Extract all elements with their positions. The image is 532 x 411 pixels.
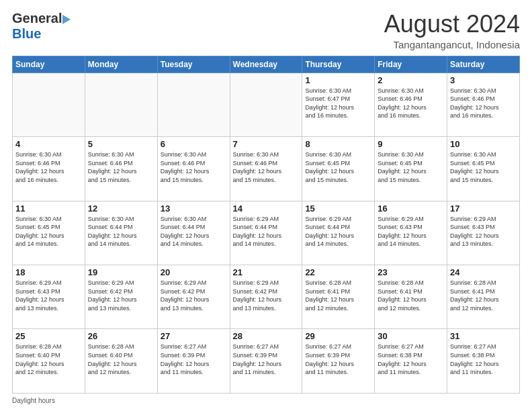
table-row: 11Sunrise: 6:30 AMSunset: 6:45 PMDayligh… [13, 201, 85, 265]
day-info: Sunrise: 6:30 AMSunset: 6:44 PMDaylight:… [161, 215, 227, 248]
calendar-week-row: 1Sunrise: 6:30 AMSunset: 6:47 PMDaylight… [13, 73, 520, 136]
col-tuesday: Tuesday [157, 56, 230, 73]
table-row: 16Sunrise: 6:29 AMSunset: 6:43 PMDayligh… [375, 201, 447, 265]
table-row: 2Sunrise: 6:30 AMSunset: 6:46 PMDaylight… [375, 73, 447, 136]
table-row: 8Sunrise: 6:30 AMSunset: 6:45 PMDaylight… [302, 137, 375, 201]
day-info: Sunrise: 6:27 AMSunset: 6:39 PMDaylight:… [161, 342, 227, 376]
table-row: 27Sunrise: 6:27 AMSunset: 6:39 PMDayligh… [157, 329, 230, 394]
table-row: 20Sunrise: 6:29 AMSunset: 6:42 PMDayligh… [157, 265, 230, 329]
table-row: 9Sunrise: 6:30 AMSunset: 6:45 PMDaylight… [375, 137, 447, 201]
col-monday: Monday [85, 56, 157, 73]
day-number: 20 [161, 267, 227, 277]
day-number: 4 [15, 139, 82, 149]
day-number: 3 [450, 75, 517, 85]
day-info: Sunrise: 6:29 AMSunset: 6:43 PMDaylight:… [450, 215, 517, 248]
table-row: 28Sunrise: 6:27 AMSunset: 6:39 PMDayligh… [230, 329, 302, 394]
table-row: 12Sunrise: 6:30 AMSunset: 6:44 PMDayligh… [85, 201, 157, 265]
page: General Blue August 2024 Tangantangancut… [0, 0, 532, 411]
logo: General Blue [12, 11, 71, 42]
day-info: Sunrise: 6:30 AMSunset: 6:44 PMDaylight:… [88, 215, 154, 248]
day-number: 6 [161, 139, 227, 149]
day-info: Sunrise: 6:30 AMSunset: 6:45 PMDaylight:… [378, 150, 444, 184]
day-number: 31 [450, 331, 517, 341]
day-info: Sunrise: 6:27 AMSunset: 6:39 PMDaylight:… [233, 342, 300, 376]
day-info: Sunrise: 6:30 AMSunset: 6:45 PMDaylight:… [305, 150, 371, 184]
day-info: Sunrise: 6:30 AMSunset: 6:46 PMDaylight:… [88, 150, 154, 184]
day-number: 9 [378, 139, 444, 149]
day-info: Sunrise: 6:28 AMSunset: 6:41 PMDaylight:… [378, 279, 444, 312]
day-number: 12 [88, 203, 154, 214]
day-info: Sunrise: 6:27 AMSunset: 6:38 PMDaylight:… [450, 342, 517, 376]
calendar-week-row: 11Sunrise: 6:30 AMSunset: 6:45 PMDayligh… [13, 201, 520, 265]
table-row: 7Sunrise: 6:30 AMSunset: 6:46 PMDaylight… [230, 137, 302, 201]
day-number: 1 [305, 75, 371, 85]
day-number: 25 [15, 331, 82, 341]
day-number: 2 [378, 75, 444, 85]
logo-arrow-icon [62, 15, 71, 24]
table-row: 15Sunrise: 6:29 AMSunset: 6:44 PMDayligh… [302, 201, 375, 265]
day-number: 11 [15, 203, 82, 214]
daylight-hours-label: Daylight hours [12, 397, 55, 404]
table-row: 18Sunrise: 6:29 AMSunset: 6:43 PMDayligh… [13, 265, 85, 329]
day-number: 5 [88, 139, 154, 149]
day-info: Sunrise: 6:29 AMSunset: 6:42 PMDaylight:… [233, 279, 300, 312]
table-row: 14Sunrise: 6:29 AMSunset: 6:44 PMDayligh… [230, 201, 302, 265]
calendar-week-row: 25Sunrise: 6:28 AMSunset: 6:40 PMDayligh… [13, 329, 520, 394]
day-info: Sunrise: 6:28 AMSunset: 6:41 PMDaylight:… [305, 279, 371, 312]
day-info: Sunrise: 6:28 AMSunset: 6:40 PMDaylight:… [88, 342, 154, 376]
day-number: 21 [233, 267, 300, 277]
day-number: 7 [233, 139, 300, 149]
day-number: 27 [161, 331, 227, 341]
footer: Daylight hours [12, 397, 520, 404]
day-info: Sunrise: 6:30 AMSunset: 6:47 PMDaylight:… [305, 87, 371, 120]
table-row: 26Sunrise: 6:28 AMSunset: 6:40 PMDayligh… [85, 329, 157, 394]
day-number: 23 [378, 267, 444, 277]
table-row: 6Sunrise: 6:30 AMSunset: 6:46 PMDaylight… [157, 137, 230, 201]
location-subtitle: Tangantangancut, Indonesia [384, 39, 520, 50]
table-row: 17Sunrise: 6:29 AMSunset: 6:43 PMDayligh… [447, 201, 520, 265]
calendar-week-row: 4Sunrise: 6:30 AMSunset: 6:46 PMDaylight… [13, 137, 520, 201]
table-row [85, 73, 157, 136]
table-row: 4Sunrise: 6:30 AMSunset: 6:46 PMDaylight… [13, 137, 85, 201]
table-row [230, 73, 302, 136]
col-thursday: Thursday [302, 56, 375, 73]
day-info: Sunrise: 6:29 AMSunset: 6:42 PMDaylight:… [88, 279, 154, 312]
calendar-header-row: Sunday Monday Tuesday Wednesday Thursday… [13, 56, 520, 73]
day-info: Sunrise: 6:29 AMSunset: 6:43 PMDaylight:… [378, 215, 444, 248]
table-row: 29Sunrise: 6:27 AMSunset: 6:39 PMDayligh… [302, 329, 375, 394]
day-number: 26 [88, 331, 154, 341]
day-info: Sunrise: 6:28 AMSunset: 6:40 PMDaylight:… [15, 342, 82, 376]
table-row [157, 73, 230, 136]
logo-blue-text: Blue [12, 26, 41, 42]
table-row: 24Sunrise: 6:28 AMSunset: 6:41 PMDayligh… [447, 265, 520, 329]
day-info: Sunrise: 6:29 AMSunset: 6:43 PMDaylight:… [15, 279, 82, 312]
table-row: 3Sunrise: 6:30 AMSunset: 6:46 PMDaylight… [447, 73, 520, 136]
table-row: 25Sunrise: 6:28 AMSunset: 6:40 PMDayligh… [13, 329, 85, 394]
col-sunday: Sunday [13, 56, 85, 73]
table-row: 5Sunrise: 6:30 AMSunset: 6:46 PMDaylight… [85, 137, 157, 201]
day-number: 8 [305, 139, 371, 149]
day-number: 14 [233, 203, 300, 214]
title-block: August 2024 Tangantangancut, Indonesia [384, 11, 520, 50]
table-row: 19Sunrise: 6:29 AMSunset: 6:42 PMDayligh… [85, 265, 157, 329]
day-info: Sunrise: 6:30 AMSunset: 6:46 PMDaylight:… [378, 87, 444, 120]
day-info: Sunrise: 6:30 AMSunset: 6:46 PMDaylight:… [161, 150, 227, 184]
day-number: 18 [15, 267, 82, 277]
logo-general-text: General [12, 11, 62, 26]
day-info: Sunrise: 6:27 AMSunset: 6:39 PMDaylight:… [305, 342, 371, 376]
day-info: Sunrise: 6:30 AMSunset: 6:45 PMDaylight:… [450, 150, 517, 184]
table-row: 23Sunrise: 6:28 AMSunset: 6:41 PMDayligh… [375, 265, 447, 329]
day-info: Sunrise: 6:28 AMSunset: 6:41 PMDaylight:… [450, 279, 517, 312]
table-row: 10Sunrise: 6:30 AMSunset: 6:45 PMDayligh… [447, 137, 520, 201]
day-number: 29 [305, 331, 371, 341]
table-row [13, 73, 85, 136]
day-info: Sunrise: 6:29 AMSunset: 6:44 PMDaylight:… [305, 215, 371, 248]
day-number: 30 [378, 331, 444, 341]
col-wednesday: Wednesday [230, 56, 302, 73]
day-number: 19 [88, 267, 154, 277]
table-row: 30Sunrise: 6:27 AMSunset: 6:38 PMDayligh… [375, 329, 447, 394]
day-info: Sunrise: 6:29 AMSunset: 6:44 PMDaylight:… [233, 215, 300, 248]
day-number: 17 [450, 203, 517, 214]
day-number: 28 [233, 331, 300, 341]
day-number: 10 [450, 139, 517, 149]
